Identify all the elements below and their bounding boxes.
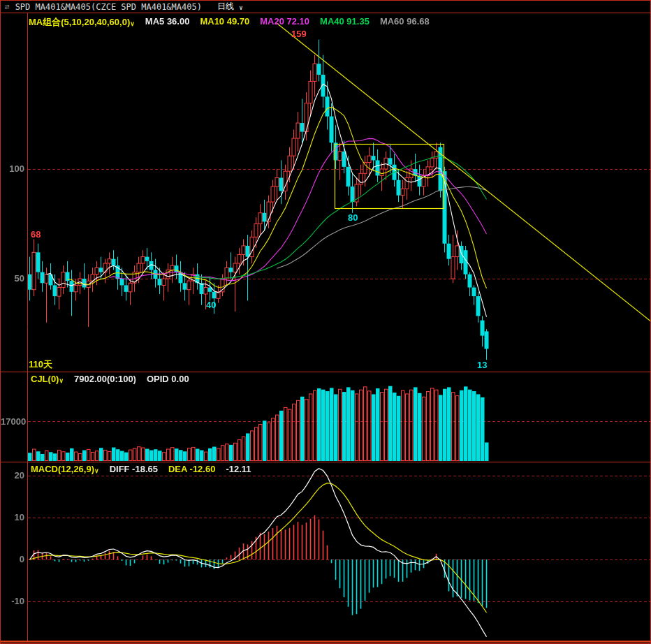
chevron-down-icon: ∨: [130, 20, 135, 27]
price-axis-label-100: 100: [1, 163, 24, 174]
ma10-value: MA10 49.70: [200, 16, 249, 29]
peak-159-label: 159: [291, 29, 307, 39]
chevron-down-icon: ∨: [59, 377, 64, 384]
macd-bar-value: -12.11: [226, 464, 251, 474]
dea-value: DEA -12.60: [168, 464, 215, 474]
ma5-value: MA5 36.00: [145, 16, 190, 29]
swing-high-68-label: 68: [31, 229, 41, 240]
ma40-value: MA40 91.35: [320, 16, 370, 29]
chart-window: ⇄ SPD MA401&MA405(CZCE SPD MA401&MA405) …: [0, 0, 651, 644]
title-bar: ⇄ SPD MA401&MA405(CZCE SPD MA401&MA405) …: [1, 1, 650, 13]
swing-low-80-label: 80: [348, 212, 358, 223]
volume-indicator-header: CJL(0)∨ 7902.00(0:100) OPID 0.00: [31, 374, 189, 384]
cjl-value: 7902.00(0:100): [74, 374, 136, 384]
macd-axis-label-10: 10: [1, 512, 24, 522]
macd-indicator-header: MACD(12,26,9)∨ DIFF -18.65 DEA -12.60 -1…: [31, 464, 251, 474]
ma20-value: MA20 72.10: [260, 16, 309, 29]
chevron-down-icon: ∨: [239, 4, 242, 11]
visible-days-label: 110天: [29, 358, 52, 371]
ma-indicator-header: MA组合(5,10,20,40,60,0)∨ MA5 36.00 MA10 49…: [29, 16, 430, 29]
swing-low-40-label: 40: [206, 300, 216, 310]
opid-value: OPID 0.00: [147, 374, 189, 384]
macd-axis-label-m10: -10: [1, 596, 24, 606]
contract-title: SPD MA401&MA405(CZCE SPD MA401&MA405): [15, 2, 202, 12]
contract-switch-icon[interactable]: ⇄: [5, 2, 10, 11]
macd-axis-label-0: 0: [1, 554, 24, 564]
ma60-value: MA60 96.68: [380, 16, 430, 29]
chevron-down-icon: ∨: [94, 467, 99, 474]
macd-dropdown[interactable]: MACD(12,26,9)∨: [31, 464, 99, 474]
diff-value: DIFF -18.65: [110, 464, 158, 474]
macd-axis-label-20: 20: [1, 470, 24, 481]
final-low-13-label: 13: [477, 360, 487, 370]
volume-axis-label-17000: 17000: [1, 416, 24, 427]
period-selector[interactable]: 日线 ∨: [217, 1, 243, 13]
chart-canvas[interactable]: [1, 1, 651, 644]
price-axis-label-50: 50: [1, 273, 24, 284]
cjl-dropdown[interactable]: CJL(0)∨: [31, 374, 64, 384]
ma-combo-dropdown[interactable]: MA组合(5,10,20,40,60,0)∨: [29, 16, 135, 29]
